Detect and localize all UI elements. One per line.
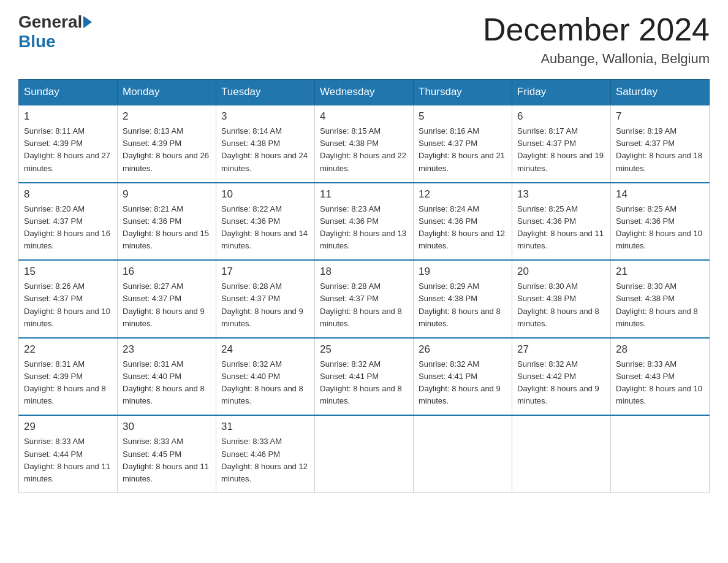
day-info: Sunrise: 8:31 AMSunset: 4:40 PMDaylight:… — [123, 358, 211, 408]
day-number: 30 — [123, 421, 211, 433]
title-area: December 2024 Aubange, Wallonia, Belgium — [483, 12, 710, 67]
day-info: Sunrise: 8:15 AMSunset: 4:38 PMDaylight:… — [320, 125, 408, 175]
day-info: Sunrise: 8:30 AMSunset: 4:38 PMDaylight:… — [616, 280, 704, 330]
day-number: 20 — [517, 266, 605, 278]
day-number: 7 — [616, 110, 704, 123]
day-number: 13 — [517, 188, 605, 201]
day-cell: 28 Sunrise: 8:33 AMSunset: 4:43 PMDaylig… — [611, 338, 710, 416]
day-info: Sunrise: 8:31 AMSunset: 4:39 PMDaylight:… — [24, 358, 112, 408]
page-header: General Blue December 2024 Aubange, Wall… — [18, 12, 710, 67]
day-number: 1 — [24, 110, 112, 123]
day-cell: 7 Sunrise: 8:19 AMSunset: 4:37 PMDayligh… — [611, 105, 710, 183]
day-info: Sunrise: 8:20 AMSunset: 4:37 PMDaylight:… — [24, 203, 112, 253]
calendar-body: 1 Sunrise: 8:11 AMSunset: 4:39 PMDayligh… — [19, 105, 710, 492]
day-cell: 9 Sunrise: 8:21 AMSunset: 4:36 PMDayligh… — [118, 183, 216, 261]
day-info: Sunrise: 8:13 AMSunset: 4:39 PMDaylight:… — [123, 125, 211, 175]
day-cell: 5 Sunrise: 8:16 AMSunset: 4:37 PMDayligh… — [414, 105, 512, 183]
day-cell: 23 Sunrise: 8:31 AMSunset: 4:40 PMDaylig… — [118, 338, 216, 416]
day-cell: 2 Sunrise: 8:13 AMSunset: 4:39 PMDayligh… — [118, 105, 216, 183]
day-info: Sunrise: 8:28 AMSunset: 4:37 PMDaylight:… — [320, 280, 408, 330]
day-cell: 3 Sunrise: 8:14 AMSunset: 4:38 PMDayligh… — [216, 105, 315, 183]
header-monday: Monday — [118, 80, 216, 105]
day-number: 31 — [221, 421, 309, 433]
day-number: 14 — [616, 188, 704, 201]
day-cell: 12 Sunrise: 8:24 AMSunset: 4:36 PMDaylig… — [414, 183, 512, 261]
day-cell — [315, 415, 414, 492]
calendar-table: SundayMondayTuesdayWednesdayThursdayFrid… — [18, 79, 710, 493]
day-cell — [611, 415, 710, 492]
header-tuesday: Tuesday — [216, 80, 315, 105]
day-cell: 25 Sunrise: 8:32 AMSunset: 4:41 PMDaylig… — [315, 338, 414, 416]
day-cell: 4 Sunrise: 8:15 AMSunset: 4:38 PMDayligh… — [315, 105, 414, 183]
day-info: Sunrise: 8:24 AMSunset: 4:36 PMDaylight:… — [419, 203, 507, 253]
calendar-header: SundayMondayTuesdayWednesdayThursdayFrid… — [19, 80, 710, 105]
header-friday: Friday — [512, 80, 611, 105]
day-info: Sunrise: 8:25 AMSunset: 4:36 PMDaylight:… — [616, 203, 704, 253]
day-number: 6 — [517, 110, 605, 123]
day-cell: 17 Sunrise: 8:28 AMSunset: 4:37 PMDaylig… — [216, 260, 315, 338]
day-number: 4 — [320, 110, 408, 123]
day-info: Sunrise: 8:16 AMSunset: 4:37 PMDaylight:… — [419, 125, 507, 175]
day-info: Sunrise: 8:11 AMSunset: 4:39 PMDaylight:… — [24, 125, 112, 175]
day-info: Sunrise: 8:32 AMSunset: 4:40 PMDaylight:… — [221, 358, 309, 408]
day-number: 11 — [320, 188, 408, 201]
day-cell: 11 Sunrise: 8:23 AMSunset: 4:36 PMDaylig… — [315, 183, 414, 261]
day-cell: 22 Sunrise: 8:31 AMSunset: 4:39 PMDaylig… — [19, 338, 118, 416]
header-thursday: Thursday — [414, 80, 512, 105]
day-cell: 31 Sunrise: 8:33 AMSunset: 4:46 PMDaylig… — [216, 415, 315, 492]
day-cell — [512, 415, 611, 492]
day-cell: 14 Sunrise: 8:25 AMSunset: 4:36 PMDaylig… — [611, 183, 710, 261]
day-number: 23 — [123, 343, 211, 356]
day-cell: 8 Sunrise: 8:20 AMSunset: 4:37 PMDayligh… — [19, 183, 118, 261]
day-cell: 27 Sunrise: 8:32 AMSunset: 4:42 PMDaylig… — [512, 338, 611, 416]
day-info: Sunrise: 8:33 AMSunset: 4:43 PMDaylight:… — [616, 358, 704, 408]
header-saturday: Saturday — [611, 80, 710, 105]
day-number: 29 — [24, 421, 112, 433]
logo-blue: Blue — [18, 32, 56, 52]
logo-general: General — [18, 12, 82, 32]
week-row-4: 22 Sunrise: 8:31 AMSunset: 4:39 PMDaylig… — [19, 338, 710, 416]
day-info: Sunrise: 8:23 AMSunset: 4:36 PMDaylight:… — [320, 203, 408, 253]
week-row-2: 8 Sunrise: 8:20 AMSunset: 4:37 PMDayligh… — [19, 183, 710, 261]
day-info: Sunrise: 8:21 AMSunset: 4:36 PMDaylight:… — [123, 203, 211, 253]
week-row-5: 29 Sunrise: 8:33 AMSunset: 4:44 PMDaylig… — [19, 415, 710, 492]
day-info: Sunrise: 8:19 AMSunset: 4:37 PMDaylight:… — [616, 125, 704, 175]
day-number: 25 — [320, 343, 408, 356]
logo-arrow-icon — [83, 16, 92, 28]
day-info: Sunrise: 8:29 AMSunset: 4:38 PMDaylight:… — [419, 280, 507, 330]
day-info: Sunrise: 8:32 AMSunset: 4:41 PMDaylight:… — [419, 358, 507, 408]
day-number: 15 — [24, 266, 112, 278]
day-cell: 19 Sunrise: 8:29 AMSunset: 4:38 PMDaylig… — [414, 260, 512, 338]
day-info: Sunrise: 8:27 AMSunset: 4:37 PMDaylight:… — [123, 280, 211, 330]
day-cell: 26 Sunrise: 8:32 AMSunset: 4:41 PMDaylig… — [414, 338, 512, 416]
day-cell: 20 Sunrise: 8:30 AMSunset: 4:38 PMDaylig… — [512, 260, 611, 338]
day-number: 8 — [24, 188, 112, 201]
day-number: 27 — [517, 343, 605, 356]
day-number: 16 — [123, 266, 211, 278]
day-cell: 21 Sunrise: 8:30 AMSunset: 4:38 PMDaylig… — [611, 260, 710, 338]
location-subtitle: Aubange, Wallonia, Belgium — [483, 51, 710, 67]
day-info: Sunrise: 8:14 AMSunset: 4:38 PMDaylight:… — [221, 125, 309, 175]
day-number: 26 — [419, 343, 507, 356]
day-info: Sunrise: 8:28 AMSunset: 4:37 PMDaylight:… — [221, 280, 309, 330]
day-info: Sunrise: 8:25 AMSunset: 4:36 PMDaylight:… — [517, 203, 605, 253]
header-row: SundayMondayTuesdayWednesdayThursdayFrid… — [19, 80, 710, 105]
day-cell: 24 Sunrise: 8:32 AMSunset: 4:40 PMDaylig… — [216, 338, 315, 416]
header-wednesday: Wednesday — [315, 80, 414, 105]
day-number: 22 — [24, 343, 112, 356]
day-number: 12 — [419, 188, 507, 201]
day-cell: 29 Sunrise: 8:33 AMSunset: 4:44 PMDaylig… — [19, 415, 118, 492]
day-number: 10 — [221, 188, 309, 201]
day-number: 17 — [221, 266, 309, 278]
day-number: 24 — [221, 343, 309, 356]
day-number: 9 — [123, 188, 211, 201]
week-row-1: 1 Sunrise: 8:11 AMSunset: 4:39 PMDayligh… — [19, 105, 710, 183]
day-cell: 13 Sunrise: 8:25 AMSunset: 4:36 PMDaylig… — [512, 183, 611, 261]
day-info: Sunrise: 8:33 AMSunset: 4:45 PMDaylight:… — [123, 435, 211, 485]
day-info: Sunrise: 8:32 AMSunset: 4:41 PMDaylight:… — [320, 358, 408, 408]
day-info: Sunrise: 8:32 AMSunset: 4:42 PMDaylight:… — [517, 358, 605, 408]
month-title: December 2024 — [483, 12, 710, 47]
day-cell — [414, 415, 512, 492]
day-cell: 18 Sunrise: 8:28 AMSunset: 4:37 PMDaylig… — [315, 260, 414, 338]
day-info: Sunrise: 8:33 AMSunset: 4:46 PMDaylight:… — [221, 435, 309, 485]
